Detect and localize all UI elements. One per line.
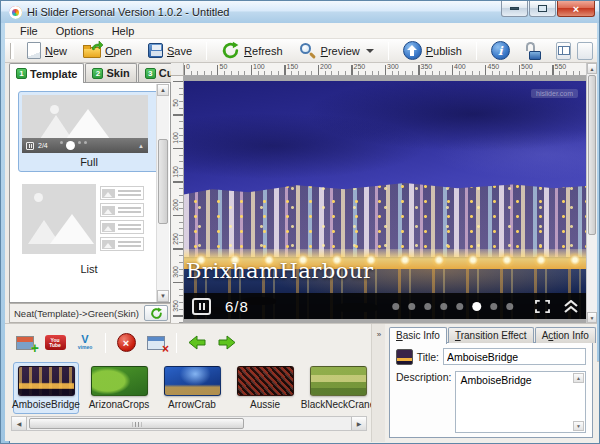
thumbnail-label: AmboiseBridge bbox=[12, 399, 80, 410]
slide-image[interactable]: hislider.com BrixhamHarbour 6/8 bbox=[184, 81, 586, 319]
template-item-list[interactable]: List bbox=[18, 180, 160, 279]
preview-button[interactable]: Preview bbox=[292, 39, 381, 63]
template-full-counter: 2/4 bbox=[38, 142, 48, 149]
toolbar-grip[interactable] bbox=[10, 43, 14, 59]
ruler-label: 300 bbox=[387, 63, 399, 70]
scrollbar-thumb[interactable] bbox=[29, 418, 244, 429]
thumbnail-item[interactable]: ArrowCrab bbox=[159, 362, 225, 414]
scroll-down-icon[interactable]: ▼ bbox=[573, 421, 584, 431]
toggle-left-panel-button[interactable] bbox=[556, 42, 572, 60]
title-input[interactable] bbox=[443, 348, 586, 365]
slide-dot[interactable] bbox=[78, 141, 81, 144]
tab-template[interactable]: 1 Template bbox=[9, 63, 84, 83]
thumbnail-scrollbar[interactable]: ◀ ▶ bbox=[11, 416, 367, 431]
delete-slide-button[interactable]: × bbox=[114, 331, 138, 355]
template-item-full[interactable]: 2/4 ▲ Full bbox=[18, 91, 160, 172]
tab-basic-info[interactable]: Basic Info bbox=[389, 327, 447, 344]
ruler-label: 0 bbox=[186, 63, 190, 70]
publish-button[interactable]: Publish bbox=[396, 38, 469, 63]
tab-transition-effect-label: Transition Effect bbox=[455, 330, 527, 341]
slide-dot[interactable] bbox=[408, 303, 415, 310]
slide-dot[interactable] bbox=[440, 303, 447, 310]
slide-dot[interactable] bbox=[60, 141, 63, 144]
preview-label: Preview bbox=[321, 45, 360, 57]
slide-caption: BrixhamHarbour bbox=[186, 259, 374, 283]
thumbnail-item[interactable]: ArizonaCrops bbox=[86, 362, 152, 414]
scroll-down-icon[interactable]: ▼ bbox=[587, 312, 597, 323]
thumbnail-item[interactable]: Aussie bbox=[232, 362, 298, 414]
slide-dot[interactable] bbox=[66, 141, 75, 150]
template-list-scrollbar[interactable]: ▲ ▼ bbox=[156, 84, 169, 302]
slide-dot[interactable] bbox=[506, 303, 513, 310]
refresh-button[interactable]: Refresh bbox=[214, 38, 290, 63]
thumbnail-label: Aussie bbox=[250, 399, 280, 410]
template-full-label: Full bbox=[22, 153, 156, 168]
open-label: Open bbox=[105, 45, 132, 57]
description-input[interactable]: AmboiseBridge bbox=[456, 372, 585, 432]
refresh-icon bbox=[150, 307, 163, 320]
basic-info-content: Title: Description: AmboiseBridge ▲ ▼ bbox=[389, 342, 593, 438]
slide-dot[interactable] bbox=[392, 303, 399, 310]
slide-info-panel: Basic Info Transition Effect Action Info… bbox=[385, 324, 597, 442]
ruler-label: 200 bbox=[320, 63, 332, 70]
scroll-up-icon[interactable]: ▲ bbox=[587, 63, 597, 74]
title-label: Title: bbox=[417, 351, 439, 363]
clear-all-button[interactable] bbox=[144, 331, 168, 355]
scroll-right-icon[interactable]: ▶ bbox=[351, 417, 366, 430]
refresh-label: Refresh bbox=[244, 45, 283, 57]
thumbnail-image bbox=[91, 366, 148, 396]
scroll-up-icon[interactable]: ▲ bbox=[157, 84, 169, 96]
maximize-button[interactable] bbox=[529, 1, 556, 17]
collapse-bar-button[interactable] bbox=[564, 300, 578, 313]
menu-bar: File Options Help bbox=[5, 23, 597, 39]
title-bar[interactable]: Hi Slider Personal Version 1.0.2 - Untit… bbox=[1, 1, 600, 23]
tab-transition-effect[interactable]: Transition Effect bbox=[448, 327, 534, 343]
tab-action-info[interactable]: Action Info bbox=[535, 327, 596, 343]
move-right-button[interactable] bbox=[215, 331, 239, 355]
ruler-label: 150 bbox=[287, 63, 299, 70]
slide-dot[interactable] bbox=[472, 302, 481, 311]
move-left-button[interactable] bbox=[185, 331, 209, 355]
scrollbar-thumb[interactable] bbox=[588, 75, 596, 235]
panel-splitter[interactable]: » bbox=[371, 324, 385, 442]
scroll-up-icon[interactable]: ▲ bbox=[573, 373, 584, 383]
save-button[interactable]: Save bbox=[141, 40, 199, 61]
scrollbar-thumb[interactable] bbox=[158, 139, 168, 224]
thumbnail-image bbox=[237, 366, 294, 396]
thumbnail-item[interactable]: AmboiseBridge bbox=[13, 362, 79, 414]
magnifier-icon bbox=[299, 42, 317, 60]
app-window: Hi Slider Personal Version 1.0.2 - Untit… bbox=[0, 0, 600, 444]
menu-help[interactable]: Help bbox=[103, 24, 144, 38]
minimize-button[interactable] bbox=[501, 1, 528, 17]
menu-options[interactable]: Options bbox=[47, 24, 103, 38]
toggle-bottom-panel-button[interactable] bbox=[577, 42, 593, 60]
add-youtube-button[interactable]: YouTube bbox=[43, 331, 67, 355]
placeholder-sun-icon bbox=[50, 105, 59, 114]
scroll-down-icon[interactable]: ▼ bbox=[157, 290, 169, 302]
slide-dot[interactable] bbox=[84, 141, 87, 144]
slide-dot[interactable] bbox=[456, 303, 463, 310]
slide-dot[interactable] bbox=[490, 303, 497, 310]
open-button[interactable]: Open bbox=[76, 41, 139, 61]
add-image-button[interactable] bbox=[13, 331, 37, 355]
menu-file[interactable]: File bbox=[11, 24, 47, 38]
thumbnail-item[interactable]: BlackNeckCrane bbox=[305, 362, 371, 414]
add-vimeo-button[interactable]: Vvimeo bbox=[73, 331, 97, 355]
ruler-corner bbox=[171, 63, 184, 76]
pause-button[interactable] bbox=[192, 298, 211, 315]
ruler-label: 450 bbox=[488, 63, 500, 70]
lock-button[interactable] bbox=[519, 39, 548, 63]
expand-panel-button[interactable]: » bbox=[373, 328, 385, 340]
description-label: Description: bbox=[396, 371, 451, 383]
new-button[interactable]: New bbox=[20, 39, 74, 62]
scroll-left-icon[interactable]: ◀ bbox=[12, 417, 27, 430]
slide-dot[interactable] bbox=[424, 303, 431, 310]
fullscreen-button[interactable] bbox=[535, 300, 550, 313]
close-button[interactable]: × bbox=[557, 1, 595, 17]
main-toolbar: New Open Save Refresh Preview bbox=[5, 39, 597, 63]
preview-dropdown-icon[interactable] bbox=[366, 49, 374, 57]
tab-skin[interactable]: 2 Skin bbox=[85, 63, 136, 82]
info-button[interactable]: i bbox=[484, 38, 517, 63]
preview-vertical-scrollbar[interactable]: ▲ ▼ bbox=[586, 63, 597, 323]
apply-refresh-button[interactable] bbox=[144, 305, 168, 321]
